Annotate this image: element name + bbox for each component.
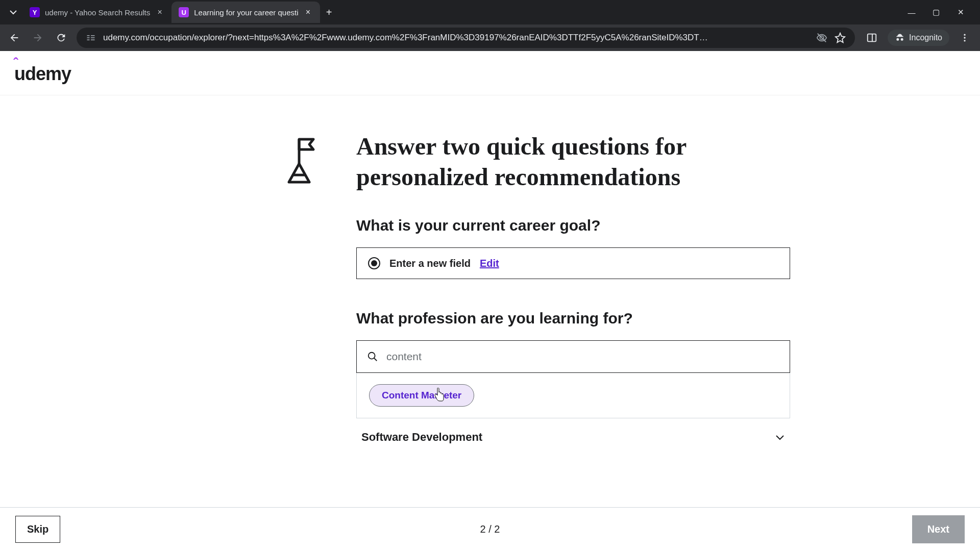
question-label: What is your current career goal?	[356, 217, 720, 234]
profession-search-box[interactable]	[356, 340, 790, 373]
favicon-udemy: U	[179, 7, 189, 17]
url-field[interactable]: udemy.com/occupation/explorer/?next=http…	[77, 28, 855, 48]
new-tab-button[interactable]: +	[320, 3, 338, 21]
minimize-icon[interactable]: ―	[906, 7, 917, 17]
incognito-label: Incognito	[909, 33, 942, 42]
svg-rect-2	[87, 39, 90, 40]
kebab-menu-icon[interactable]	[960, 33, 970, 43]
main-content: Answer two quick questions for personali…	[260, 95, 720, 444]
goal-flag-icon	[285, 135, 331, 181]
profession-search-input[interactable]	[386, 350, 779, 363]
category-title: Software Development	[361, 431, 482, 444]
url-text: udemy.com/occupation/explorer/?next=http…	[103, 33, 809, 43]
svg-rect-3	[91, 35, 95, 36]
question-career-goal: What is your current career goal? Enter …	[356, 217, 720, 279]
tab-close-icon[interactable]: ×	[155, 8, 164, 17]
footer-bar: Skip 2 / 2 Next	[0, 507, 980, 551]
back-button[interactable]	[6, 30, 22, 46]
question-label: What profession are you learning for?	[356, 310, 720, 327]
reload-button[interactable]	[53, 30, 69, 46]
site-header: udemy	[0, 51, 980, 95]
selected-goal-box: Enter a new field Edit	[356, 247, 790, 279]
svg-point-11	[964, 40, 965, 41]
favicon-yahoo: Y	[30, 7, 40, 17]
svg-rect-1	[87, 37, 90, 38]
tab-close-icon[interactable]: ×	[304, 8, 313, 17]
tab-udemy-active[interactable]: U Learning for your career questi ×	[172, 2, 320, 23]
suggestion-chip-content-marketer[interactable]: Content Marketer	[369, 384, 474, 407]
tab-title: Learning for your career questi	[194, 8, 298, 17]
svg-rect-4	[91, 37, 95, 38]
chip-label: Content Marketer	[382, 390, 461, 401]
close-window-icon[interactable]: ✕	[955, 7, 966, 17]
suggestion-dropdown: Content Marketer	[356, 373, 790, 418]
bookmark-star-icon[interactable]	[835, 32, 846, 43]
question-profession: What profession are you learning for? Co…	[356, 310, 720, 444]
tab-title: udemy - Yahoo Search Results	[45, 8, 150, 17]
site-settings-icon[interactable]	[86, 33, 96, 43]
maximize-icon[interactable]: ▢	[931, 7, 941, 17]
svg-rect-0	[87, 35, 90, 36]
radio-selected-icon[interactable]	[368, 257, 380, 269]
svg-point-10	[964, 37, 965, 38]
tab-bar: Y udemy - Yahoo Search Results × U Learn…	[0, 0, 980, 24]
side-panel-icon[interactable]	[866, 32, 877, 43]
forward-button[interactable]	[30, 30, 46, 46]
window-controls: ― ▢ ✕	[906, 7, 976, 17]
svg-point-9	[964, 34, 965, 36]
incognito-indicator[interactable]: Incognito	[888, 30, 949, 46]
svg-rect-5	[91, 39, 95, 40]
selected-goal-text: Enter a new field	[389, 258, 471, 269]
category-row-software-dev[interactable]: Software Development	[356, 421, 790, 444]
next-button[interactable]: Next	[912, 515, 965, 543]
hero: Answer two quick questions for personali…	[280, 131, 720, 192]
eye-off-icon[interactable]	[816, 32, 827, 43]
edit-link[interactable]: Edit	[480, 258, 499, 269]
incognito-icon	[895, 33, 905, 43]
tab-yahoo-search[interactable]: Y udemy - Yahoo Search Results ×	[22, 2, 172, 23]
skip-button[interactable]: Skip	[15, 516, 60, 543]
browser-chrome: Y udemy - Yahoo Search Results × U Learn…	[0, 0, 980, 51]
svg-line-15	[374, 358, 377, 361]
toolbar-right: Incognito	[862, 30, 974, 46]
page-viewport: udemy Answer two quick questions for per…	[0, 51, 980, 551]
udemy-logo[interactable]: udemy	[14, 63, 71, 85]
svg-point-14	[369, 353, 375, 359]
address-bar: udemy.com/occupation/explorer/?next=http…	[0, 24, 980, 51]
tab-search-dropdown[interactable]	[4, 3, 22, 21]
search-icon	[367, 351, 378, 362]
page-indicator: 2 / 2	[480, 523, 500, 535]
chevron-down-icon	[775, 432, 785, 442]
page-title: Answer two quick questions for personali…	[356, 131, 720, 192]
